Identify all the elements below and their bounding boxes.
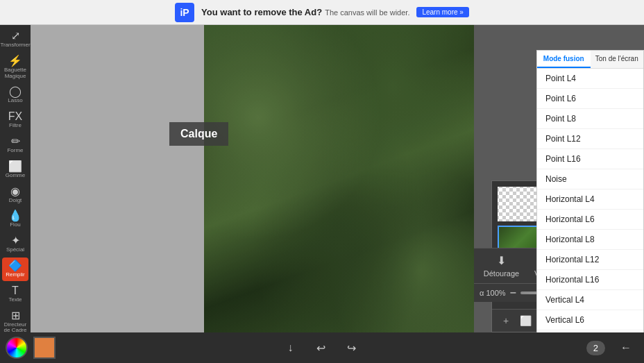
tool-texte[interactable]: TTexte (2, 282, 28, 306)
color-wheel[interactable] (6, 337, 28, 359)
tool-gomme[interactable]: ⬜Gomme (2, 158, 28, 182)
canvas-photo-area (204, 25, 474, 332)
tool-lasso[interactable]: ◯Lasso (2, 83, 28, 107)
lasso-icon: ◯ (9, 86, 22, 97)
tab-ton-ecran[interactable]: Ton de l'écran (591, 51, 644, 68)
blend-mode-tabs: Mode fusion Ton de l'écran (537, 51, 643, 69)
transformer-icon: ⤢ (11, 31, 20, 42)
blend-item-noise[interactable]: Noise (537, 169, 643, 189)
doigt-icon: ◉ (10, 186, 20, 197)
calque-label: Calque (169, 122, 228, 146)
ad-icon: iP (175, 3, 194, 22)
blend-item-horizontal_l4[interactable]: Horizontal L4 (537, 189, 643, 210)
left-toolbar: ⤢Transformer⚡Baguette Magique◯LassoFXFil… (0, 25, 31, 332)
layer-thumb-checkerboard (498, 187, 539, 221)
canvas-inner: Calque (31, 25, 474, 332)
blend-item-horizontal_l16[interactable]: Horizontal L16 (537, 270, 643, 290)
layer-group-button[interactable]: ⬜ (517, 312, 534, 329)
tool-remplir[interactable]: 🔷Remplir (2, 258, 28, 281)
tool-baguette[interactable]: ⚡Baguette Magique (2, 53, 28, 83)
blend-item-vertical_l4[interactable]: Vertical L4 (537, 290, 643, 310)
bottom-toolbar: ↓ ↩ ↪ 2 ← (0, 332, 644, 363)
special-icon: ✦ (11, 235, 20, 246)
blend-item-horizontal_l12[interactable]: Horizontal L12 (537, 250, 643, 270)
canvas-white-area (31, 25, 204, 332)
back-button[interactable]: ← (613, 335, 638, 360)
alpha-label: α 100% (480, 289, 506, 297)
texte-icon: T (12, 285, 19, 296)
ad-title: You want to remove the Ad? (201, 7, 322, 17)
move-down-button[interactable]: ↓ (278, 335, 303, 360)
gomme-icon: ⬜ (8, 161, 22, 172)
directeur-icon: ⊞ (11, 310, 20, 321)
tab-mode-fusion[interactable]: Mode fusion (537, 51, 591, 68)
color-swatch[interactable] (33, 337, 56, 359)
blend-item-vertical_l8[interactable]: Vertical L8 (537, 330, 643, 332)
blend-item-point_l4[interactable]: Point L4 (537, 69, 643, 89)
detourage-button[interactable]: ⬇ Détourage (474, 248, 529, 283)
remplir-icon: 🔷 (8, 260, 22, 271)
blend-item-point_l16[interactable]: Point L16 (537, 149, 643, 169)
blend-item-point_l12[interactable]: Point L12 (537, 129, 643, 149)
tool-transformer[interactable]: ⤢Transformer (2, 28, 28, 51)
blend-item-vertical_l6[interactable]: Vertical L6 (537, 310, 643, 330)
layer-add-button[interactable]: + (498, 312, 514, 329)
bottom-nav-buttons: 2 ← (586, 335, 638, 360)
forme-icon: ✏ (11, 136, 20, 147)
fx-icon: FX (8, 111, 22, 122)
baguette-icon: ⚡ (8, 56, 22, 67)
blend-items-list: Point L4Point L6Point L8Point L12Point L… (537, 69, 643, 332)
tool-fx[interactable]: FXFiltre (2, 108, 28, 132)
ad-bar: iP You want to remove the Ad? The canvas… (0, 0, 644, 25)
blend-item-horizontal_l6[interactable]: Horizontal L6 (537, 210, 643, 230)
detourage-icon: ⬇ (497, 254, 506, 267)
learn-more-button[interactable]: Learn more » (416, 7, 468, 17)
undo-button[interactable]: ↩ (308, 335, 333, 360)
tool-flou[interactable]: 💧Flou (2, 208, 28, 231)
leaf-image (204, 25, 474, 332)
page-indicator[interactable]: 2 (586, 341, 605, 355)
detourage-label: Détourage (484, 269, 519, 278)
redo-button[interactable]: ↪ (339, 335, 364, 360)
blend-item-horizontal_l8[interactable]: Horizontal L8 (537, 230, 643, 250)
flou-icon: 💧 (8, 210, 22, 221)
blend-item-point_l6[interactable]: Point L6 (537, 89, 643, 109)
canvas-area: Calque 👁 👁 Fond 👁 + (31, 25, 644, 332)
tool-special[interactable]: ✦Spécial (2, 233, 28, 256)
tool-doigt[interactable]: ◉Doigt (2, 183, 28, 207)
ad-subtitle: The canvas will be wider. (325, 8, 409, 17)
alpha-minus-button[interactable]: − (510, 287, 516, 299)
blend-mode-dropdown: Mode fusion Ton de l'écran Point L4Point… (536, 50, 644, 332)
tool-forme[interactable]: ✏Forme (2, 133, 28, 157)
blend-item-point_l8[interactable]: Point L8 (537, 109, 643, 129)
